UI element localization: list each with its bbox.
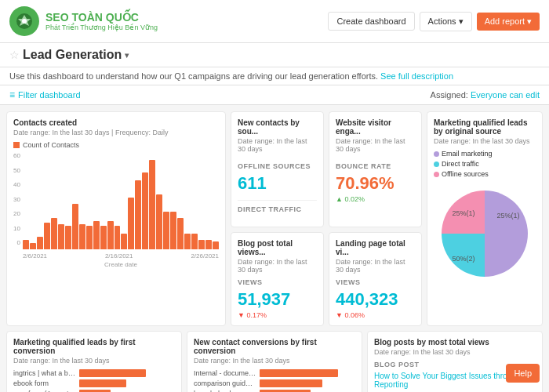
mini-bar bbox=[260, 379, 322, 387]
chart-wrapper: 60 50 40 30 20 10 0 2/6/2021 2/16/2021 2… bbox=[13, 152, 219, 268]
bar bbox=[170, 212, 176, 249]
bar-label: comparison guide - Name... bbox=[194, 379, 256, 387]
bar bbox=[79, 224, 85, 249]
title-chevron-icon[interactable]: ▾ bbox=[125, 51, 129, 60]
bar bbox=[184, 234, 191, 249]
mini-bar bbox=[260, 369, 338, 377]
add-report-button[interactable]: Add report ▾ bbox=[477, 13, 540, 31]
offline-section: OFFLINE SOURCES 611 bbox=[238, 158, 317, 201]
bar bbox=[135, 180, 141, 249]
create-dashboard-button[interactable]: Create dashboard bbox=[328, 12, 414, 31]
filter-bar: ≡ Filter dashboard Assigned: Everyone ca… bbox=[0, 85, 549, 105]
visitor-subtitle: Date range: In the last 30 days bbox=[336, 137, 415, 153]
blog-posts-subtitle: Date range: In the last 30 days bbox=[374, 348, 536, 356]
see-full-description-link[interactable]: See full description bbox=[380, 71, 453, 81]
contacts-created-subtitle: Date range: In the last 30 days | Freque… bbox=[13, 129, 219, 136]
bar bbox=[115, 226, 121, 249]
bounce-change: ▲ 0.02% bbox=[336, 195, 415, 203]
y-axis: 60 50 40 30 20 10 0 bbox=[13, 152, 20, 246]
new-contacts-subtitle: Date range: In the last 30 days bbox=[238, 137, 317, 153]
bar bbox=[205, 240, 212, 249]
contacts-created-card: Contacts created Date range: In the last… bbox=[6, 111, 226, 326]
pie-legend: Email marketing Direct traffic Offline s… bbox=[434, 150, 536, 178]
page-title: Lead Generation ▾ bbox=[23, 48, 129, 62]
bar bbox=[93, 221, 100, 249]
actions-button[interactable]: Actions ▾ bbox=[420, 12, 472, 31]
star-icon[interactable]: ☆ bbox=[9, 49, 20, 61]
help-button[interactable]: Help bbox=[506, 364, 540, 383]
bounce-value: 70.96% bbox=[336, 173, 415, 194]
direct-label: DIRECT TRAFFIC bbox=[238, 205, 317, 213]
offline-value: 611 bbox=[238, 173, 317, 194]
filter-icon: ≡ bbox=[9, 89, 15, 100]
blog-posts-card: Blog posts by most total views Date rang… bbox=[367, 331, 543, 392]
mql-first-card: Marketing qualified leads by first conve… bbox=[6, 331, 182, 392]
filter-dashboard-button[interactable]: ≡ Filter dashboard bbox=[9, 89, 81, 100]
bar bbox=[23, 240, 29, 249]
new-contacts-title: New contacts by sou... bbox=[238, 118, 317, 136]
bounce-section: BOUNCE RATE 70.96% ▲ 0.02% bbox=[336, 158, 415, 208]
list-item: ingtrics | what a big data? bbox=[13, 369, 175, 377]
mql-first-subtitle: Date range: In the last 30 days bbox=[13, 357, 175, 365]
blog-views-title: Blog post total views... bbox=[238, 239, 317, 256]
visitor-engagement-card: Website visitor enga... Date range: In t… bbox=[329, 111, 422, 227]
legend-email: Email marketing bbox=[434, 150, 493, 158]
mql-bar-list: ingtrics | what a big data?ebook formnew… bbox=[13, 369, 175, 392]
x-axis: 2/6/2021 2/16/2021 2/26/2021 bbox=[23, 252, 219, 260]
bar bbox=[30, 243, 36, 249]
landing-views-label: VIEWS bbox=[336, 278, 415, 286]
bar-chart bbox=[23, 155, 219, 249]
pie-chart: 25%(1) 50%(2) 25%(1) bbox=[434, 183, 536, 285]
page-title-bar: ☆ Lead Generation ▾ bbox=[0, 43, 549, 67]
bar bbox=[198, 240, 205, 249]
description-bar: Use this dashboard to understand how our… bbox=[0, 67, 549, 85]
mql-first-title: Marketing qualified leads by first conve… bbox=[13, 338, 175, 355]
bar bbox=[100, 226, 107, 249]
bottom-row: Marketing qualified leads by first conve… bbox=[6, 331, 543, 392]
legend-color bbox=[13, 142, 20, 148]
contact-conversions-card: New contact conversions by first convers… bbox=[187, 331, 362, 392]
assigned-link[interactable]: Everyone can edit bbox=[471, 90, 540, 100]
bar bbox=[149, 160, 155, 249]
chevron-down-icon: ▾ bbox=[459, 16, 464, 27]
landing-views-card: Landing page total vi... Date range: In … bbox=[329, 232, 422, 326]
list-item: comparison guide - Name... bbox=[194, 379, 355, 387]
bar bbox=[65, 226, 71, 249]
blog-views-value: 51,937 bbox=[238, 289, 317, 310]
chart-legend: Count of Contacts bbox=[13, 141, 219, 149]
bar bbox=[37, 237, 43, 249]
contact-conversions-subtitle: Date range: In the last 30 days bbox=[194, 357, 355, 365]
mql-pie-card: Marketing qualified leads by original so… bbox=[427, 111, 543, 326]
logo-subtitle: Phát Triển Thương Hiệu Bền Vững bbox=[45, 24, 158, 31]
dashboard: Contacts created Date range: In the last… bbox=[0, 105, 549, 392]
bar-label: Internal - document viewer... bbox=[194, 369, 256, 377]
mini-bar bbox=[79, 369, 146, 377]
direct-dot bbox=[434, 162, 439, 167]
logo-text: SEO TOÀN QUỐC Phát Triển Thương Hiệu Bền… bbox=[45, 11, 158, 31]
blog-views-label: VIEWS bbox=[238, 278, 317, 286]
blog-views-card: Blog post total views... Date range: In … bbox=[231, 232, 324, 326]
logo-area: SEO TOÀN QUỐC Phát Triển Thương Hiệu Bền… bbox=[9, 6, 158, 36]
offline-dot bbox=[434, 172, 439, 177]
list-item: Internal - document viewer... bbox=[194, 369, 355, 377]
bar bbox=[86, 226, 93, 249]
bounce-label: BOUNCE RATE bbox=[336, 162, 415, 170]
header-buttons: Create dashboard Actions ▾ Add report ▾ bbox=[328, 12, 540, 31]
blog-posts-title: Blog posts by most total views bbox=[374, 338, 536, 347]
legend-offline: Offline sources bbox=[434, 170, 489, 178]
mql-pie-subtitle: Date range: In the last 30 days bbox=[434, 137, 536, 145]
bar-label: ebook form bbox=[13, 379, 76, 387]
bar bbox=[163, 212, 169, 249]
logo-title: SEO TOÀN QUỐC bbox=[45, 11, 158, 24]
direct-section: DIRECT TRAFFIC bbox=[238, 201, 317, 220]
chevron-down-icon: ▾ bbox=[527, 16, 532, 27]
bar bbox=[44, 223, 50, 249]
landing-views-title: Landing page total vi... bbox=[336, 239, 415, 256]
bar bbox=[128, 198, 134, 249]
landing-views-value: 440,323 bbox=[336, 289, 415, 310]
visitor-title: Website visitor enga... bbox=[336, 118, 415, 136]
contact-conversions-title: New contact conversions by first convers… bbox=[194, 338, 355, 355]
contacts-created-title: Contacts created bbox=[13, 118, 219, 127]
blog-views-change: ▼ 0.17% bbox=[238, 311, 317, 319]
svg-text:25%(1): 25%(1) bbox=[496, 212, 519, 220]
